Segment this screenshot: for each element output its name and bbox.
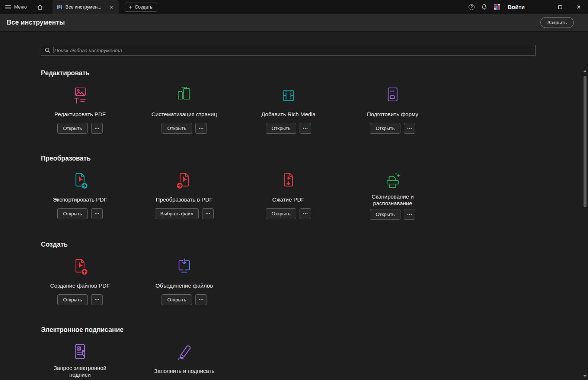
close-page-button[interactable]: Закрыть — [540, 17, 574, 28]
more-options-button[interactable] — [300, 123, 311, 134]
section-title: Редактировать — [41, 69, 588, 77]
tab-close-icon[interactable]: ✕ — [108, 4, 115, 11]
tool-card: Сканирование и распознаваниеОткрыть — [341, 171, 445, 220]
more-options-button[interactable] — [91, 123, 103, 134]
more-options-button[interactable] — [91, 208, 103, 219]
tool-card: Запрос электронной подписи — [28, 342, 132, 378]
minimize-button[interactable] — [532, 0, 551, 14]
maximize-icon — [558, 5, 562, 9]
open-tool-button[interactable]: Открыть — [370, 123, 400, 134]
tool-sections: РедактироватьРедактировать PDFОткрытьСис… — [0, 56, 588, 378]
rich-media-icon — [278, 85, 299, 106]
more-options-button[interactable] — [91, 294, 103, 305]
more-options-button[interactable] — [202, 208, 214, 219]
export-pdf-icon — [70, 171, 90, 191]
open-tool-button[interactable]: Открыть — [266, 208, 296, 219]
open-tool-button[interactable]: Открыть — [57, 208, 87, 219]
hamburger-icon — [5, 4, 11, 10]
tool-name: Добавить Rich Media — [261, 108, 316, 121]
tool-card: Создание файлов PDFОткрыть — [28, 257, 132, 305]
tool-section: Электронное подписаниеЗапрос электронной… — [28, 326, 588, 378]
bell-icon — [481, 4, 488, 10]
tool-name: Объединение файлов — [156, 279, 213, 292]
search-icon — [45, 47, 51, 53]
open-tool-button[interactable]: Открыть — [370, 209, 400, 220]
tool-name: Запрос электронной подписи — [46, 365, 114, 378]
tool-card: Экспортировать PDFОткрыть — [28, 171, 132, 220]
close-window-button[interactable]: ✕ — [569, 0, 588, 14]
help-button[interactable]: ? — [465, 0, 478, 14]
more-options-button[interactable] — [195, 123, 207, 134]
tool-buttons: Открыть — [162, 294, 207, 305]
open-tool-button[interactable]: Открыть — [266, 123, 296, 134]
more-options-button[interactable] — [404, 123, 415, 134]
compress-pdf-icon — [278, 171, 299, 191]
home-icon — [36, 4, 44, 10]
app-grid-icon — [494, 4, 500, 10]
maximize-button[interactable] — [551, 0, 569, 14]
minimize-icon — [540, 7, 544, 7]
tool-card: Добавить Rich MediaОткрыть — [236, 85, 341, 134]
request-signature-icon — [70, 342, 90, 363]
tool-name: Редактировать PDF — [54, 108, 106, 121]
tool-buttons: Открыть — [266, 123, 311, 134]
tab-all-tools[interactable]: Все инструмен... ✕ — [52, 0, 119, 14]
more-options-button[interactable] — [404, 209, 415, 220]
tool-buttons: Открыть — [266, 208, 311, 219]
tool-name: Заполнить и подписать — [154, 365, 214, 377]
ellipsis-icon — [94, 126, 100, 131]
app-switcher-button[interactable] — [490, 0, 503, 14]
open-tool-button[interactable]: Открыть — [57, 123, 87, 134]
section-title: Преобразовать — [41, 155, 588, 162]
create-pdf-icon — [70, 257, 90, 278]
tool-row: Создание файлов PDFОткрытьОбъединение фа… — [28, 257, 588, 305]
search-bar — [41, 45, 536, 56]
section-title: Электронное подписание — [41, 326, 588, 334]
tool-card: Подготовить формуОткрыть — [341, 85, 445, 134]
ellipsis-icon — [94, 297, 100, 303]
plus-icon: + — [129, 5, 132, 9]
tool-buttons: Открыть — [162, 123, 207, 134]
scroll-up-icon[interactable] — [583, 70, 587, 72]
tool-card: Редактировать PDFОткрыть — [28, 85, 132, 134]
tool-section: СоздатьСоздание файлов PDFОткрытьОбъедин… — [28, 241, 588, 305]
ellipsis-icon — [303, 211, 308, 216]
create-button[interactable]: + Создать — [125, 3, 157, 12]
tab-label: Все инструмен... — [65, 4, 102, 10]
close-icon: ✕ — [576, 4, 581, 10]
scrollbar-track[interactable] — [582, 74, 588, 373]
ellipsis-icon — [198, 126, 204, 131]
scrollbar-thumb[interactable] — [584, 76, 587, 207]
notifications-button[interactable] — [478, 0, 490, 14]
search-input[interactable] — [53, 48, 532, 53]
titlebar: Меню Все инструмен... ✕ + Создать ? — [0, 0, 588, 14]
tool-section: ПреобразоватьЭкспортировать PDFОткрытьПр… — [28, 155, 588, 220]
open-tool-button[interactable]: Открыть — [162, 294, 192, 305]
tool-row: Редактировать PDFОткрытьСистематизация с… — [28, 85, 588, 134]
page-header: Все инструменты Закрыть — [0, 14, 588, 32]
menu-button[interactable]: Меню — [0, 0, 32, 14]
more-options-button[interactable] — [300, 208, 311, 219]
tool-card: Преобразовать в PDFВыбрать файл — [132, 171, 236, 220]
combine-files-icon — [174, 257, 195, 278]
open-tool-button[interactable]: Выбрать файл — [155, 208, 199, 219]
open-tool-button[interactable]: Открыть — [162, 123, 192, 134]
scroll-down-icon[interactable] — [583, 375, 587, 377]
ellipsis-icon — [94, 211, 100, 216]
create-label: Создать — [135, 4, 153, 10]
prepare-form-icon — [382, 85, 403, 106]
page-title: Все инструменты — [7, 19, 65, 26]
help-icon: ? — [469, 4, 474, 10]
home-button[interactable] — [32, 0, 48, 14]
section-title: Создать — [41, 241, 588, 248]
more-options-button[interactable] — [195, 294, 207, 305]
open-tool-button[interactable]: Открыть — [57, 294, 87, 305]
tool-card: Систематизация страницОткрыть — [132, 85, 236, 134]
signin-button[interactable]: Войти — [508, 4, 525, 10]
all-tools-panel: РедактироватьРедактировать PDFОткрытьСис… — [0, 32, 588, 380]
tool-card: Объединение файловОткрыть — [132, 257, 236, 305]
tool-name: Преобразовать в PDF — [156, 193, 213, 206]
tool-name: Подготовить форму — [367, 108, 418, 121]
tool-section: РедактироватьРедактировать PDFОткрытьСис… — [28, 69, 588, 134]
fill-sign-icon — [174, 342, 195, 363]
